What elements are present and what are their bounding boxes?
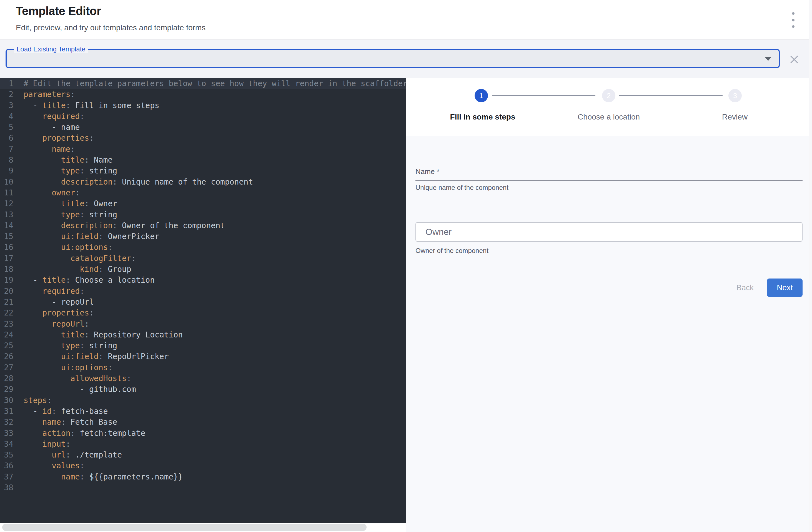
page-subtitle: Edit, preview, and try out templates and… xyxy=(16,23,205,32)
stepper-step-3-label: Review xyxy=(722,113,748,122)
code-line[interactable]: 26 ui:field: RepoUrlPicker xyxy=(0,351,406,362)
code-line[interactable]: 27 ui:options: xyxy=(0,362,406,373)
code-line[interactable]: 15 ui:field: OwnerPicker xyxy=(0,231,406,242)
code-line[interactable]: 23 repoUrl: xyxy=(0,319,406,330)
code-line[interactable]: 21 - repoUrl xyxy=(0,297,406,307)
code-line[interactable]: 38 xyxy=(0,482,406,493)
code-line[interactable]: 30steps: xyxy=(0,395,406,406)
line-number: 38 xyxy=(0,482,13,493)
line-number: 6 xyxy=(0,132,13,143)
code-line[interactable]: 34 input: xyxy=(0,438,406,449)
code-line[interactable]: 4 required: xyxy=(0,111,406,122)
form-actions: Back Next xyxy=(730,279,802,297)
stepper-step-2-icon: 2 xyxy=(602,89,615,102)
code-line[interactable]: 8 title: Name xyxy=(0,155,406,165)
line-number: 5 xyxy=(0,122,13,132)
stepper-connector xyxy=(619,95,723,96)
code-line[interactable]: 17 catalogFilter: xyxy=(0,253,406,264)
line-number: 34 xyxy=(0,438,13,449)
code-line[interactable]: 37 name: ${{parameters.name}} xyxy=(0,472,406,482)
code-line[interactable]: 20 required: xyxy=(0,286,406,297)
stepper-step-2-label: Choose a location xyxy=(578,113,640,122)
line-number: 18 xyxy=(0,264,13,275)
line-number: 9 xyxy=(0,165,13,176)
line-number: 1 xyxy=(0,78,13,89)
line-number: 15 xyxy=(0,231,13,242)
owner-input[interactable] xyxy=(416,222,802,242)
clear-template-button[interactable] xyxy=(788,53,800,66)
form-section: Name * Unique name of the component Owne… xyxy=(406,136,812,532)
line-number: 3 xyxy=(0,100,13,111)
code-line[interactable]: 16 ui:options: xyxy=(0,242,406,253)
code-line[interactable]: 9 type: string xyxy=(0,165,406,176)
line-number: 23 xyxy=(0,319,13,330)
code-line[interactable]: 7 name: xyxy=(0,144,406,155)
line-number: 35 xyxy=(0,449,13,460)
code-line[interactable]: 28 allowedHosts: xyxy=(0,373,406,384)
code-line[interactable]: 6 properties: xyxy=(0,132,406,143)
editor-hscrollbar-track xyxy=(0,523,406,532)
code-line[interactable]: 18 kind: Group xyxy=(0,264,406,275)
code-line[interactable]: 12 title: Owner xyxy=(0,198,406,209)
load-template-bar: Load Existing Template xyxy=(0,40,812,78)
line-number: 31 xyxy=(0,406,13,417)
code-line[interactable]: 31 - id: fetch-base xyxy=(0,406,406,417)
line-number: 24 xyxy=(0,330,13,340)
stepper-connector xyxy=(492,95,595,96)
line-number: 7 xyxy=(0,144,13,155)
page-vscrollbar-track[interactable] xyxy=(809,0,812,532)
owner-field-helper: Owner of the component xyxy=(416,247,489,255)
line-number: 21 xyxy=(0,297,13,307)
code-line[interactable]: 35 url: ./template xyxy=(0,449,406,460)
code-line[interactable]: 11 owner: xyxy=(0,187,406,198)
line-number: 4 xyxy=(0,111,13,122)
line-number: 20 xyxy=(0,286,13,297)
code-line[interactable]: 5 - name xyxy=(0,122,406,132)
code-line[interactable]: 1# Edit the template parameters below to… xyxy=(0,78,406,89)
kebab-menu-icon[interactable] xyxy=(787,12,799,28)
code-line[interactable]: 25 type: string xyxy=(0,340,406,351)
load-template-select[interactable]: Load Existing Template xyxy=(5,49,780,68)
stepper-step-1-label: Fill in some steps xyxy=(450,113,516,122)
code-line[interactable]: 2parameters: xyxy=(0,89,406,100)
code-line[interactable]: 24 title: Repository Location xyxy=(0,330,406,340)
line-number: 33 xyxy=(0,428,13,438)
line-number: 11 xyxy=(0,187,13,198)
page-header: Template Editor Edit, preview, and try o… xyxy=(0,0,812,40)
code-line[interactable]: 13 type: string xyxy=(0,209,406,220)
code-line[interactable]: 33 action: fetch:template xyxy=(0,428,406,438)
next-button[interactable]: Next xyxy=(767,279,802,297)
code-line[interactable]: 22 properties: xyxy=(0,307,406,318)
line-number: 30 xyxy=(0,395,13,406)
back-button[interactable]: Back xyxy=(730,280,760,295)
code-line[interactable]: 19 - title: Choose a location xyxy=(0,275,406,285)
line-number: 17 xyxy=(0,253,13,264)
code-line[interactable]: 14 description: Owner of the component xyxy=(0,220,406,231)
line-number: 13 xyxy=(0,209,13,220)
line-number: 25 xyxy=(0,340,13,351)
line-number: 36 xyxy=(0,460,13,471)
line-number: 27 xyxy=(0,362,13,373)
line-number: 2 xyxy=(0,89,13,100)
code-line[interactable]: 32 name: Fetch Base xyxy=(0,417,406,428)
line-number: 29 xyxy=(0,384,13,395)
code-line[interactable]: 3 - title: Fill in some steps xyxy=(0,100,406,111)
line-number: 12 xyxy=(0,198,13,209)
line-number: 37 xyxy=(0,472,13,482)
name-input[interactable] xyxy=(416,169,802,181)
line-number: 10 xyxy=(0,177,13,187)
line-number: 19 xyxy=(0,275,13,285)
line-number: 26 xyxy=(0,351,13,362)
name-field-helper: Unique name of the component xyxy=(416,184,508,192)
line-number: 32 xyxy=(0,417,13,428)
stepper-section: 1 2 3 Fill in some steps Choose a locati… xyxy=(406,78,812,136)
code-line[interactable]: 10 description: Unique name of the compo… xyxy=(0,177,406,187)
close-icon xyxy=(789,55,799,64)
code-line[interactable]: 29 - github.com xyxy=(0,384,406,395)
code-line[interactable]: 36 values: xyxy=(0,460,406,471)
yaml-code-editor[interactable]: 1# Edit the template parameters below to… xyxy=(0,78,406,523)
stepper-step-1-icon: 1 xyxy=(475,89,488,102)
stepper-step-3-icon: 3 xyxy=(728,89,742,102)
line-number: 28 xyxy=(0,373,13,384)
editor-hscrollbar-thumb[interactable] xyxy=(2,524,366,531)
